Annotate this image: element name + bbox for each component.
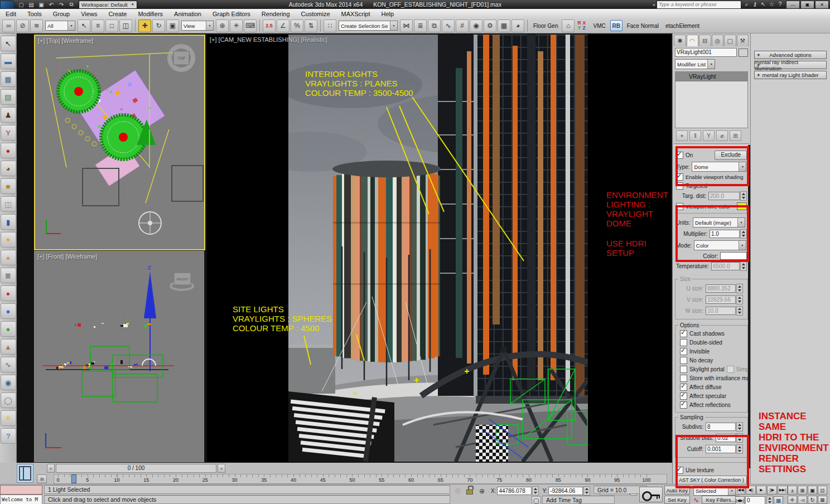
rollout-mental-ray-indirect-illumination[interactable]: +mental ray Indirect Illumination (754, 61, 827, 69)
option-checkbox-affect-diffuse[interactable] (680, 384, 687, 391)
make-unique-icon[interactable]: Y (703, 130, 715, 141)
viewport-front-label[interactable]: [+] [Front] [Wireframe] (37, 253, 97, 260)
named-selection-sets-icon[interactable]: ∷ (324, 20, 336, 32)
cutoff-spinner[interactable] (736, 444, 743, 454)
option-checkbox-affect-specular[interactable] (680, 392, 687, 400)
zoom-extents-icon[interactable]: ▣ (808, 486, 817, 495)
help-icon[interactable]: ? (776, 1, 784, 8)
tab-utilities[interactable]: ⚒ (737, 35, 749, 46)
multiplier-field[interactable]: 1.0 (710, 230, 740, 238)
snaps-toggle-icon[interactable]: 2.5 (263, 20, 276, 32)
rollout-advanced-options[interactable]: +Advanced options (754, 51, 827, 59)
menu-edit[interactable]: Edit (0, 11, 22, 17)
select-and-link-icon[interactable]: ∞ (2, 20, 15, 32)
minimize-button[interactable]: — (786, 1, 800, 9)
next-frame-button[interactable]: ||▶ (767, 486, 777, 495)
maxscript-listener[interactable]: Welcome to M (0, 495, 42, 504)
key-icon[interactable]: ⚷ (751, 1, 759, 8)
redo-icon[interactable]: ↷ (57, 1, 66, 8)
set-keys-button[interactable] (639, 487, 663, 502)
open-minicurve-icon[interactable]: ⊞ (37, 474, 47, 483)
rxyz-icon[interactable]: RXYZ (577, 21, 587, 31)
face-normal-button[interactable]: Face Normal (624, 23, 662, 29)
shelf-sphere-red-icon[interactable]: ● (1, 143, 16, 158)
shelf-ring-icon[interactable]: ◯ (1, 392, 16, 408)
key-mode-dropdown[interactable]: Selected ▼ (693, 486, 736, 496)
selection-filter-dropdown[interactable]: All▼ (45, 21, 75, 31)
option-checkbox-affect-reflections[interactable] (680, 401, 687, 409)
shelf-box-icon[interactable]: ■ (1, 178, 16, 194)
key-step-toggle[interactable]: |◀▶| (735, 496, 745, 504)
light-color-swatch[interactable] (720, 252, 747, 260)
orbit-icon[interactable]: ↻ (808, 496, 817, 504)
temperature-field[interactable]: 6500.0 (711, 262, 740, 270)
viewport-top[interactable]: [+] [Top] [Wireframe] (34, 35, 205, 250)
rollout-mental-ray-light-shader[interactable]: +mental ray Light Shader (754, 71, 827, 79)
viewport-front[interactable]: [+] [Front] [Wireframe] Z (34, 251, 204, 462)
infocenter-search[interactable] (657, 1, 741, 9)
modifier-stack[interactable]: VRayLight (675, 71, 748, 128)
material-editor-icon[interactable]: ◉ (470, 20, 482, 32)
shelf-select-icon[interactable]: ↖ (1, 36, 16, 51)
transform-gizmo-icon[interactable]: ⊕ (477, 487, 486, 496)
next-range-button[interactable]: > (218, 464, 225, 473)
menu-animation[interactable]: Animation (168, 11, 207, 17)
light-type-dropdown[interactable]: Dome ▼ (692, 162, 746, 172)
pan-icon[interactable]: ✛ (788, 496, 797, 504)
building-icon[interactable]: ⌂ (562, 20, 575, 32)
tab-create[interactable]: ✱ (674, 35, 686, 46)
keyboard-override-icon[interactable]: ⌨ (244, 20, 257, 32)
reference-coordinate-dropdown[interactable]: View▼ (181, 21, 214, 31)
y-spinner[interactable] (583, 486, 590, 496)
remove-modifier-icon[interactable]: ⌀ (716, 130, 728, 141)
object-color-swatch[interactable] (739, 49, 748, 57)
open-file-icon[interactable]: ▤ (27, 1, 36, 8)
tab-display[interactable]: ▢ (724, 35, 736, 46)
use-pivot-center-icon[interactable]: ⊕ (216, 20, 229, 32)
exclude-button[interactable]: Exclude (715, 151, 747, 160)
option-checkbox-no-decay[interactable] (680, 357, 687, 364)
u-size-field[interactable]: 8880.352 (706, 284, 736, 293)
time-ruler[interactable]: 0510152025303540455055606570758085909510… (54, 474, 667, 484)
on-checkbox[interactable] (676, 152, 683, 159)
rendered-frame-icon[interactable]: ▦ (498, 20, 510, 32)
u-size-spinner[interactable] (736, 284, 743, 293)
option-checkbox-simple[interactable] (727, 366, 734, 373)
menu-rendering[interactable]: Rendering (256, 11, 296, 17)
tab-motion[interactable]: ◎ (712, 35, 724, 46)
align-icon[interactable]: ≣ (414, 20, 427, 32)
stack-item-vraylight[interactable]: VRayLight (675, 72, 747, 81)
add-time-tag[interactable]: Add Time Tag (542, 496, 615, 504)
search-input[interactable] (657, 2, 741, 7)
window-crossing-icon[interactable]: ◫ (119, 20, 132, 32)
x-coordinate-field[interactable]: 44786.078 (497, 487, 532, 495)
save-file-icon[interactable]: ▣ (37, 1, 46, 8)
angle-snap-icon[interactable]: ∠ (277, 20, 289, 32)
menu-tools[interactable]: Tools (22, 11, 47, 17)
menu-help[interactable]: Help (376, 11, 400, 17)
subdivs-field[interactable]: 8 (706, 423, 736, 431)
undo-icon[interactable]: ↶ (47, 1, 56, 8)
option-checkbox-store-with-irradiance-map[interactable] (680, 375, 687, 382)
current-frame-field[interactable]: 0 (745, 496, 765, 504)
go-to-end-button[interactable]: ▶▶| (778, 486, 788, 495)
shadow-bias-field[interactable]: 0.02 (716, 434, 736, 442)
show-end-result-icon[interactable]: ‖ (689, 130, 701, 141)
menu-customize[interactable]: Customize (296, 11, 336, 17)
units-dropdown[interactable]: Default (image) ▼ (693, 217, 745, 227)
targ-dist-spinner[interactable] (740, 191, 747, 201)
select-and-move-icon[interactable]: ✚ (138, 20, 151, 32)
targ-dist-field[interactable]: 200.0 (708, 192, 740, 200)
menu-views[interactable]: Views (75, 11, 103, 17)
v-size-spinner[interactable] (736, 295, 743, 304)
frame-spinner[interactable] (766, 496, 773, 504)
shelf-rect-icon[interactable]: ▬ (1, 54, 16, 69)
schematic-view-icon[interactable]: # (456, 20, 469, 32)
shadow-bias-spinner[interactable] (736, 433, 743, 443)
select-by-name-icon[interactable]: ≡ (91, 20, 104, 32)
select-and-scale-icon[interactable]: ▣ (166, 20, 179, 32)
spinner-snap-icon[interactable]: ⇅ (305, 20, 317, 32)
auto-key-button[interactable]: Auto Key (664, 486, 690, 495)
w-size-spinner[interactable] (736, 306, 743, 316)
wire-color-swatch[interactable] (737, 202, 747, 210)
